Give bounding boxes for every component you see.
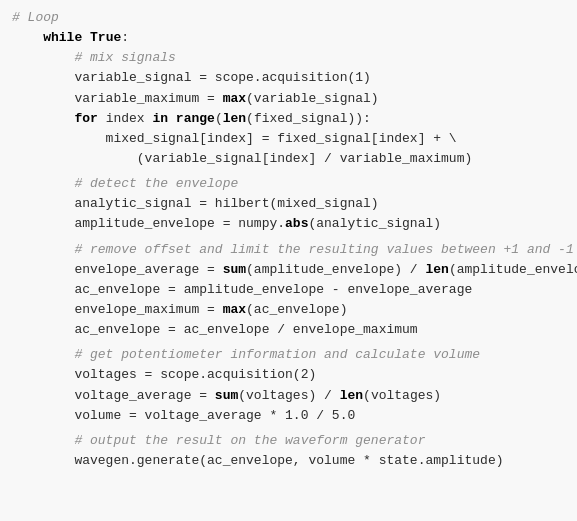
keyword-for: for bbox=[74, 111, 97, 126]
line-envelope-average: envelope_average = sum(amplitude_envelop… bbox=[0, 260, 577, 280]
builtin-len: len bbox=[223, 111, 246, 126]
line-comment-output: # output the result on the waveform gene… bbox=[0, 431, 577, 451]
line-for: for index in range(len(fixed_signal)): bbox=[0, 109, 577, 129]
code-text3: index bbox=[98, 111, 153, 126]
line-ac-envelope-div: ac_envelope = ac_envelope / envelope_max… bbox=[0, 320, 577, 340]
line-comment-mix: # mix signals bbox=[0, 48, 577, 68]
line-analytic-signal: analytic_signal = hilbert(mixed_signal) bbox=[0, 194, 577, 214]
line-comment-potentiometer: # get potentiometer information and calc… bbox=[0, 345, 577, 365]
line-variable-signal-idx: (variable_signal[index] / variable_maxim… bbox=[0, 149, 577, 169]
code-env-max2: (ac_envelope) bbox=[246, 302, 347, 317]
line-comment-envelope: # detect the envelope bbox=[0, 174, 577, 194]
code-env-max: envelope_maximum = bbox=[12, 302, 223, 317]
code-volt-avg: voltage_average = bbox=[12, 388, 215, 403]
code-volt-avg2: (voltages) / bbox=[238, 388, 339, 403]
space bbox=[82, 30, 90, 45]
keyword-while: while bbox=[43, 30, 82, 45]
builtin-range: range bbox=[176, 111, 215, 126]
builtin-len3: len bbox=[340, 388, 363, 403]
line-comment-remove: # remove offset and limit the resulting … bbox=[0, 240, 577, 260]
builtin-len2: len bbox=[425, 262, 448, 277]
code-text: variable_maximum = bbox=[12, 91, 223, 106]
code-env-avg: envelope_average = bbox=[12, 262, 223, 277]
builtin-abs: abs bbox=[285, 216, 308, 231]
code-amp2: (analytic_signal) bbox=[308, 216, 441, 231]
line-comment-loop: # Loop bbox=[0, 8, 577, 28]
line-variable-signal: variable_signal = scope.acquisition(1) bbox=[0, 68, 577, 88]
code-block: # Loop while True: # mix signals variabl… bbox=[0, 0, 577, 521]
line-variable-maximum: variable_maximum = max(variable_signal) bbox=[0, 89, 577, 109]
code-text4 bbox=[168, 111, 176, 126]
keyword-true: True bbox=[90, 30, 121, 45]
code-env-avg2: (amplitude_envelope) / bbox=[246, 262, 425, 277]
code-text5: ( bbox=[215, 111, 223, 126]
builtin-max: max bbox=[223, 91, 246, 106]
code-for bbox=[12, 111, 74, 126]
line-envelope-maximum: envelope_maximum = max(ac_envelope) bbox=[0, 300, 577, 320]
line-amplitude-envelope: amplitude_envelope = numpy.abs(analytic_… bbox=[0, 214, 577, 234]
builtin-max2: max bbox=[223, 302, 246, 317]
colon: : bbox=[121, 30, 129, 45]
line-voltage-average: voltage_average = sum(voltages) / len(vo… bbox=[0, 386, 577, 406]
builtin-sum: sum bbox=[223, 262, 246, 277]
code-env-avg3: (amplitude_envelope) bbox=[449, 262, 577, 277]
line-ac-envelope: ac_envelope = amplitude_envelope - envel… bbox=[0, 280, 577, 300]
line-while: while True: bbox=[0, 28, 577, 48]
code-volt-avg3: (voltages) bbox=[363, 388, 441, 403]
code-amp: amplitude_envelope = numpy. bbox=[12, 216, 285, 231]
keyword-in: in bbox=[152, 111, 168, 126]
code-text6: (fixed_signal)): bbox=[246, 111, 371, 126]
line-mixed-signal: mixed_signal[index] = fixed_signal[index… bbox=[0, 129, 577, 149]
code-text2: (variable_signal) bbox=[246, 91, 379, 106]
line-volume: volume = voltage_average * 1.0 / 5.0 bbox=[0, 406, 577, 426]
builtin-sum2: sum bbox=[215, 388, 238, 403]
line-wavegen: wavegen.generate(ac_envelope, volume * s… bbox=[0, 451, 577, 471]
line-voltages: voltages = scope.acquisition(2) bbox=[0, 365, 577, 385]
